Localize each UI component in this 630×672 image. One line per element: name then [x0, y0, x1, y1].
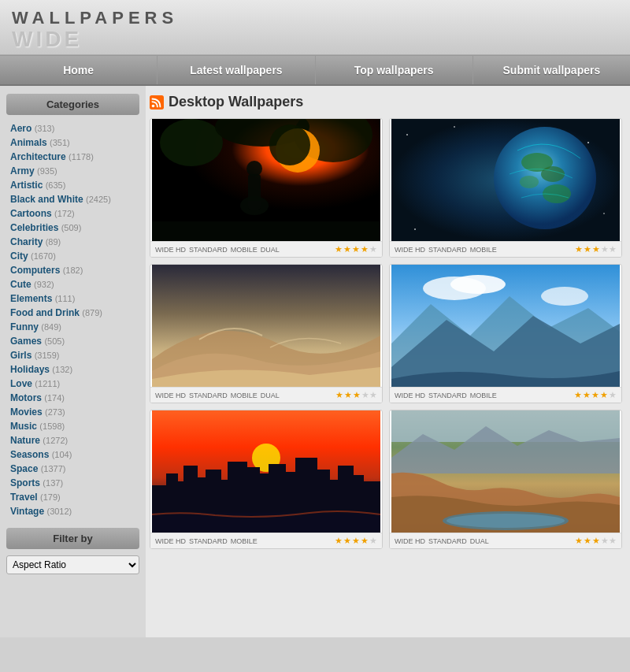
wp-stars-wp6: ★★★★★	[575, 536, 617, 546]
star-filled: ★	[592, 536, 601, 545]
star-filled: ★	[600, 390, 609, 399]
sidebar-item-funny[interactable]: Funny (849)	[6, 320, 139, 334]
wp-link-mobile[interactable]: MOBILE	[231, 246, 258, 254]
sidebar-item-elements[interactable]: Elements (111)	[6, 291, 139, 306]
star-empty: ★	[369, 536, 377, 545]
wallpaper-card-wp4[interactable]: WIDE HDSTANDARDMOBILE★★★★★	[389, 264, 622, 403]
star-empty: ★	[601, 536, 609, 545]
wallpaper-footer-wp3: WIDE HDSTANDARDMOBILEDUAL★★★★★	[150, 387, 382, 403]
wallpaper-thumb-wp5	[150, 410, 382, 533]
aspect-ratio-select[interactable]: Aspect Ratio 16:9 4:3 16:10 5:4 21:9	[6, 555, 139, 574]
wp-link-wide hd[interactable]: WIDE HD	[155, 537, 186, 545]
star-filled: ★	[344, 390, 353, 399]
sidebar-item-artistic[interactable]: Artistic (635)	[6, 178, 139, 192]
svg-rect-11	[152, 221, 380, 241]
nav-submit[interactable]: Submit wallpapers	[473, 56, 630, 84]
wp-link-standard[interactable]: STANDARD	[428, 392, 467, 399]
wp-stars-wp4: ★★★★★	[574, 390, 617, 400]
star-filled: ★	[583, 390, 591, 399]
wp-link-mobile[interactable]: MOBILE	[470, 392, 497, 399]
page-title-area: Desktop Wallpapers	[150, 94, 622, 110]
wallpaper-footer-wp4: WIDE HDSTANDARDMOBILE★★★★★	[390, 387, 621, 403]
sidebar-item-architecture[interactable]: Architecture (1178)	[6, 150, 139, 164]
star-filled: ★	[591, 390, 600, 399]
logo-title: WALLPAPERS	[12, 8, 618, 28]
wp-link-wide hd[interactable]: WIDE HD	[155, 392, 186, 399]
wp-stars-wp5: ★★★★★	[335, 536, 377, 546]
sidebar-item-food-and-drink[interactable]: Food and Drink (879)	[6, 306, 139, 320]
wp-stars-wp1: ★★★★★	[335, 244, 377, 254]
star-filled: ★	[361, 536, 369, 545]
star-filled: ★	[575, 536, 584, 545]
wallpaper-card-wp6[interactable]: WIDE HDSTANDARDDUAL★★★★★	[389, 410, 622, 549]
sidebar-item-cartoons[interactable]: Cartoons (172)	[6, 206, 139, 221]
sidebar-item-love[interactable]: Love (1211)	[6, 377, 139, 391]
svg-rect-0	[150, 95, 164, 110]
sidebar-item-army[interactable]: Army (935)	[6, 164, 139, 178]
svg-point-14	[454, 126, 455, 128]
wp-stars-wp3: ★★★★★	[335, 390, 377, 400]
sidebar-item-travel[interactable]: Travel (179)	[6, 490, 139, 504]
svg-point-7	[269, 124, 310, 165]
sidebar-item-music[interactable]: Music (1598)	[6, 419, 139, 433]
wp-link-standard[interactable]: STANDARD	[428, 246, 467, 254]
sidebar-item-celebrities[interactable]: Celebrities (509)	[6, 221, 139, 235]
wp-link-wide hd[interactable]: WIDE HD	[155, 246, 186, 254]
wp-link-wide hd[interactable]: WIDE HD	[395, 537, 425, 545]
star-filled: ★	[343, 536, 352, 545]
sidebar-item-motors[interactable]: Motors (174)	[6, 391, 139, 405]
sidebar-item-nature[interactable]: Nature (1272)	[6, 433, 139, 447]
sidebar-item-city[interactable]: City (1670)	[6, 249, 139, 263]
sidebar-item-movies[interactable]: Movies (273)	[6, 405, 139, 419]
sidebar-item-games[interactable]: Games (505)	[6, 334, 139, 348]
wallpaper-card-wp2[interactable]: WIDE HDSTANDARDMOBILE★★★★★	[389, 118, 622, 258]
wp-link-standard[interactable]: STANDARD	[189, 246, 228, 254]
sidebar-item-black-and-white[interactable]: Black and White (2425)	[6, 192, 139, 206]
wp-link-mobile[interactable]: MOBILE	[231, 392, 258, 399]
sidebar-item-charity[interactable]: Charity (89)	[6, 235, 139, 249]
wp-link-standard[interactable]: STANDARD	[189, 537, 228, 545]
wallpaper-thumb-wp1	[150, 119, 382, 241]
sidebar-item-seasons[interactable]: Seasons (104)	[6, 447, 139, 462]
svg-point-26	[450, 275, 506, 294]
logo-subtitle: WIDE	[12, 28, 618, 50]
svg-point-15	[587, 142, 589, 143]
wp-link-wide hd[interactable]: WIDE HD	[395, 246, 425, 254]
wp-link-mobile[interactable]: MOBILE	[231, 537, 258, 545]
svg-point-21	[520, 176, 539, 188]
sidebar-item-sports[interactable]: Sports (137)	[6, 476, 139, 490]
star-filled: ★	[575, 244, 584, 254]
wp-link-dual[interactable]: DUAL	[470, 537, 489, 545]
svg-point-27	[541, 287, 588, 306]
star-empty: ★	[601, 244, 609, 254]
sidebar-item-animals[interactable]: Animals (351)	[6, 136, 139, 150]
wallpaper-card-wp1[interactable]: WIDE HDSTANDARDMOBILEDUAL★★★★★	[150, 118, 383, 258]
sidebar-item-space[interactable]: Space (1377)	[6, 462, 139, 476]
nav-home[interactable]: Home	[0, 56, 158, 84]
wallpaper-card-wp3[interactable]: WIDE HDSTANDARDMOBILEDUAL★★★★★	[150, 264, 383, 403]
nav-top[interactable]: Top wallpapers	[316, 56, 473, 84]
wallpaper-thumb-wp6	[390, 410, 621, 533]
sidebar: Categories Aero (313)Animals (351)Archit…	[0, 86, 146, 637]
wallpaper-footer-wp1: WIDE HDSTANDARDMOBILEDUAL★★★★★	[150, 241, 382, 257]
sidebar-item-cute[interactable]: Cute (932)	[6, 277, 139, 291]
sidebar-item-holidays[interactable]: Holidays (132)	[6, 362, 139, 377]
wp-link-standard[interactable]: STANDARD	[189, 392, 228, 399]
wp-link-dual[interactable]: DUAL	[261, 246, 280, 254]
sidebar-item-vintage[interactable]: Vintage (3012)	[6, 504, 139, 518]
sidebar-item-aero[interactable]: Aero (313)	[6, 121, 139, 136]
wallpaper-grid: WIDE HDSTANDARDMOBILEDUAL★★★★★	[150, 118, 622, 549]
star-filled: ★	[335, 390, 344, 399]
wallpaper-card-wp5[interactable]: WIDE HDSTANDARDMOBILE★★★★★	[150, 410, 383, 549]
categories-list: Aero (313)Animals (351)Architecture (117…	[6, 121, 139, 518]
rss-icon	[150, 95, 164, 110]
sidebar-item-girls[interactable]: Girls (3159)	[6, 348, 139, 362]
star-empty: ★	[369, 244, 377, 254]
wp-link-mobile[interactable]: MOBILE	[470, 246, 497, 254]
wp-link-wide hd[interactable]: WIDE HD	[395, 392, 425, 399]
nav-latest[interactable]: Latest wallpapers	[158, 56, 315, 84]
sidebar-item-computers[interactable]: Computers (182)	[6, 263, 139, 277]
wp-link-dual[interactable]: DUAL	[261, 392, 280, 399]
wp-link-standard[interactable]: STANDARD	[428, 537, 467, 545]
star-filled: ★	[335, 244, 343, 254]
